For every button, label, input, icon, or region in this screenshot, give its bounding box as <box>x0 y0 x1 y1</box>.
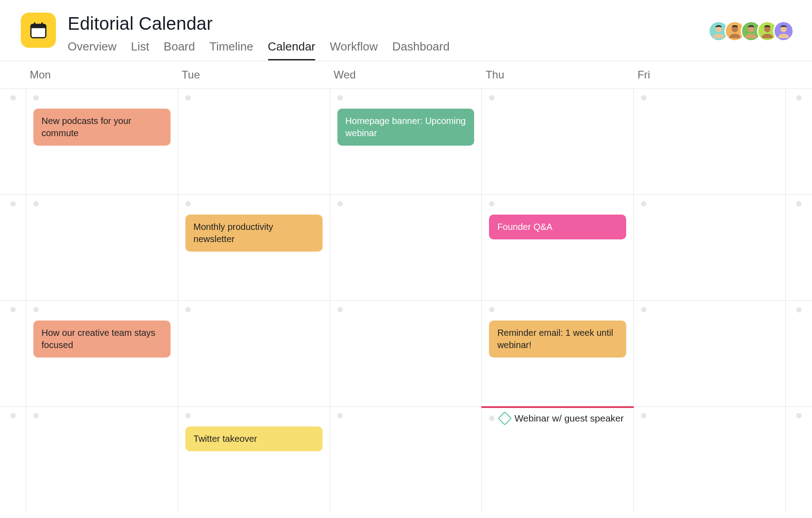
edge-cell <box>786 88 812 194</box>
day-marker <box>489 95 494 101</box>
project-calendar-icon <box>21 13 56 48</box>
day-marker <box>489 307 494 312</box>
tab-timeline[interactable]: Timeline <box>209 40 253 60</box>
header-main: Editorial Calendar OverviewListBoardTime… <box>68 13 713 60</box>
day-cell[interactable] <box>330 300 482 406</box>
day-cell[interactable]: How our creative team stays focused <box>26 300 178 406</box>
task-card[interactable]: Founder Q&A <box>489 215 626 239</box>
day-cell[interactable] <box>634 300 786 406</box>
day-cell[interactable] <box>330 406 482 512</box>
tab-board[interactable]: Board <box>164 40 195 60</box>
day-marker <box>185 307 191 312</box>
day-cell[interactable] <box>178 300 330 406</box>
day-marker <box>10 95 16 101</box>
task-card[interactable]: How our creative team stays focused <box>33 321 171 358</box>
tab-list[interactable]: List <box>131 40 149 60</box>
day-cell[interactable]: Homepage banner: Upcoming webinar <box>330 88 482 194</box>
day-cell[interactable] <box>26 194 178 300</box>
page-title: Editorial Calendar <box>68 14 713 33</box>
day-cell[interactable]: Monthly productivity newsletter <box>178 194 330 300</box>
svg-rect-2 <box>34 23 36 26</box>
day-marker <box>641 307 646 312</box>
tab-calendar[interactable]: Calendar <box>268 40 316 60</box>
day-marker <box>33 307 39 312</box>
edge-cell <box>786 406 812 512</box>
day-cell[interactable] <box>178 88 330 194</box>
day-marker <box>796 413 802 418</box>
svg-rect-3 <box>41 23 43 26</box>
day-cell[interactable] <box>634 194 786 300</box>
day-marker <box>185 413 191 418</box>
day-marker <box>796 307 802 312</box>
tabs: OverviewListBoardTimelineCalendarWorkflo… <box>68 40 713 60</box>
day-marker <box>337 307 343 312</box>
weekday-wed: Wed <box>330 61 482 88</box>
day-marker <box>185 95 191 101</box>
day-cell[interactable] <box>634 88 786 194</box>
weekday-row: MonTueWedThuFri <box>0 61 812 88</box>
day-marker <box>185 201 191 206</box>
weekday-fri: Fri <box>634 61 786 88</box>
today-indicator <box>481 406 634 408</box>
milestone-icon <box>498 411 512 425</box>
day-marker <box>33 201 39 206</box>
task-card[interactable]: Homepage banner: Upcoming webinar <box>337 109 475 146</box>
tab-workflow[interactable]: Workflow <box>330 40 378 60</box>
day-marker <box>337 95 343 101</box>
edge-cell <box>0 300 26 406</box>
day-cell[interactable]: Founder Q&A <box>482 194 634 300</box>
day-marker <box>337 201 343 206</box>
svg-rect-1 <box>31 24 46 28</box>
day-cell[interactable] <box>330 194 482 300</box>
edge-cell <box>786 194 812 300</box>
tab-overview[interactable]: Overview <box>68 40 116 60</box>
day-marker <box>641 413 646 418</box>
milestone-task[interactable]: Webinar w/ guest speaker <box>489 413 626 424</box>
weekday-mon: Mon <box>26 61 178 88</box>
edge-cell <box>0 88 26 194</box>
avatar-group[interactable] <box>713 21 794 41</box>
day-marker <box>10 307 16 312</box>
day-cell[interactable] <box>26 406 178 512</box>
day-marker <box>489 416 494 421</box>
avatar-member-5[interactable] <box>773 21 794 41</box>
weekday-spacer <box>0 61 26 88</box>
weekday-spacer <box>786 61 812 88</box>
edge-cell <box>786 300 812 406</box>
day-cell[interactable]: Twitter takeover <box>178 406 330 512</box>
header: Editorial Calendar OverviewListBoardTime… <box>0 0 812 61</box>
day-marker <box>796 95 802 101</box>
day-marker <box>337 413 343 418</box>
task-card[interactable]: Monthly productivity newsletter <box>185 215 323 252</box>
milestone-label: Webinar w/ guest speaker <box>514 413 623 424</box>
day-marker <box>796 201 802 206</box>
task-card[interactable]: Reminder email: 1 week until webinar! <box>489 321 626 358</box>
day-cell[interactable]: Reminder email: 1 week until webinar! <box>482 300 634 406</box>
day-cell[interactable]: Webinar w/ guest speaker <box>482 406 634 512</box>
day-cell[interactable] <box>634 406 786 512</box>
day-marker <box>489 201 494 206</box>
day-marker <box>33 95 39 101</box>
day-marker <box>33 413 39 418</box>
day-marker <box>10 201 16 206</box>
calendar-grid: New podcasts for your commuteHomepage ba… <box>0 88 812 512</box>
task-card[interactable]: New podcasts for your commute <box>33 109 171 146</box>
weekday-tue: Tue <box>178 61 330 88</box>
day-cell[interactable]: New podcasts for your commute <box>26 88 178 194</box>
day-marker <box>641 95 646 101</box>
edge-cell <box>0 406 26 512</box>
calendar-icon <box>28 20 48 40</box>
tab-dashboard[interactable]: Dashboard <box>392 40 449 60</box>
day-marker <box>641 201 646 206</box>
task-card[interactable]: Twitter takeover <box>185 426 323 451</box>
day-marker <box>10 413 16 418</box>
day-cell[interactable] <box>482 88 634 194</box>
weekday-thu: Thu <box>482 61 634 88</box>
edge-cell <box>0 194 26 300</box>
